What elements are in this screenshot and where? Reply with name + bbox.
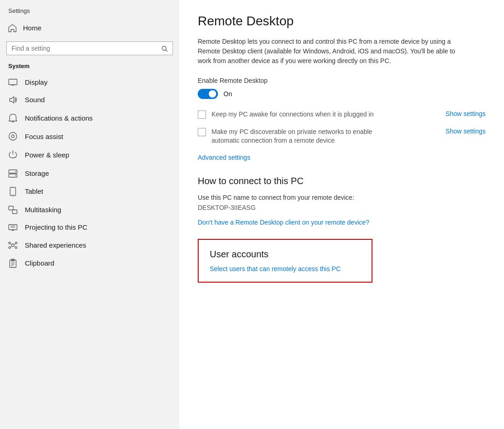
storage-icon [8,168,17,177]
svg-rect-15 [12,210,17,214]
focus-icon [8,132,17,141]
svg-point-22 [9,242,11,244]
checkbox-row-1: Keep my PC awake for connections when it… [198,110,486,119]
show-settings-2-button[interactable]: Show settings [438,128,486,135]
sidebar-item-display-label: Display [25,78,47,86]
toggle-thumb [209,90,216,98]
sidebar-item-power[interactable]: Power & sleep [0,145,179,164]
sidebar-item-sound[interactable]: Sound [0,91,179,109]
sidebar-item-power-label: Power & sleep [25,151,69,159]
sidebar: Settings Home System Display [0,0,179,429]
checkbox-awake[interactable] [198,110,206,119]
svg-rect-2 [9,79,17,85]
projecting-icon [8,223,17,232]
user-accounts-link[interactable]: Select users that can remotely access th… [210,265,341,272]
sidebar-item-tablet[interactable]: Tablet [0,182,179,201]
connect-description: Use this PC name to connect from your re… [198,194,486,201]
sidebar-item-home[interactable]: Home [0,18,179,38]
tablet-icon [8,187,17,196]
svg-point-25 [15,247,17,249]
search-input[interactable] [11,45,158,52]
how-to-connect-title: How to connect to this PC [198,176,486,186]
sidebar-item-tablet-label: Tablet [25,187,43,195]
sidebar-item-focus-label: Focus assist [25,133,63,140]
checkbox-awake-text: Keep my PC awake for connections when it… [212,110,374,119]
checkbox-1-wrap: Keep my PC awake for connections when it… [198,110,438,119]
svg-point-10 [15,171,16,172]
app-title: Settings [0,0,179,18]
svg-point-11 [15,175,16,176]
sidebar-item-display[interactable]: Display [0,73,179,91]
remote-desktop-toggle[interactable] [198,89,218,99]
show-settings-1-button[interactable]: Show settings [438,110,486,117]
svg-point-21 [11,244,14,247]
power-icon [8,150,17,159]
svg-point-6 [9,133,17,140]
svg-point-23 [15,242,17,244]
sidebar-item-clipboard-label: Clipboard [25,259,54,267]
sidebar-item-multitasking-label: Multitasking [25,206,61,214]
client-link[interactable]: Don't have a Remote Desktop client on yo… [198,219,369,226]
sidebar-item-notifications-label: Notifications & actions [25,114,93,122]
sidebar-item-storage[interactable]: Storage [0,164,179,182]
sidebar-item-shared[interactable]: Shared experiences [0,236,179,254]
user-accounts-box: User accounts Select users that can remo… [198,239,372,283]
home-icon [8,23,17,32]
sidebar-item-focus[interactable]: Focus assist [0,127,179,145]
checkbox-2-wrap: Make my PC discoverable on private netwo… [198,128,438,145]
checkbox-row-2: Make my PC discoverable on private netwo… [198,128,486,145]
main-content: Remote Desktop Remote Desktop lets you c… [179,0,504,429]
display-icon [8,78,17,86]
sidebar-item-clipboard[interactable]: Clipboard [0,254,179,272]
svg-line-26 [11,243,11,244]
svg-rect-14 [9,206,13,210]
user-accounts-title: User accounts [210,249,361,260]
notifications-icon [8,113,17,122]
clipboard-icon [8,259,17,268]
svg-point-24 [9,247,11,249]
sidebar-item-shared-label: Shared experiences [25,241,86,249]
svg-point-7 [11,135,14,138]
page-title: Remote Desktop [198,14,486,29]
advanced-settings-link[interactable]: Advanced settings [198,154,250,161]
sidebar-item-storage-label: Storage [25,169,49,177]
multitasking-icon [8,205,17,214]
sidebar-item-projecting[interactable]: Projecting to this PC [0,219,179,236]
pc-name: DESKTOP-3IIEASG [198,204,486,211]
sidebar-item-projecting-label: Projecting to this PC [25,223,87,231]
sidebar-item-sound-label: Sound [25,96,45,104]
svg-line-1 [166,50,168,52]
svg-line-29 [14,246,15,247]
svg-point-0 [162,46,166,51]
checkbox-discoverable-text: Make my PC discoverable on private netwo… [212,128,395,145]
svg-line-28 [11,246,11,247]
system-label: System [0,61,179,73]
checkbox-discoverable[interactable] [198,128,206,136]
shared-icon [8,241,17,249]
search-container [6,41,173,55]
enable-label: Enable Remote Desktop [198,77,486,84]
sidebar-item-multitasking[interactable]: Multitasking [0,201,179,219]
page-description: Remote Desktop lets you connect to and c… [198,37,460,66]
svg-marker-5 [10,97,14,103]
toggle-row: On [198,89,486,99]
home-label: Home [23,24,41,32]
svg-line-27 [14,243,15,244]
search-icon [161,45,168,52]
svg-point-13 [12,194,13,195]
toggle-state-label: On [223,90,232,98]
sound-icon [8,95,17,104]
sidebar-item-notifications[interactable]: Notifications & actions [0,109,179,127]
